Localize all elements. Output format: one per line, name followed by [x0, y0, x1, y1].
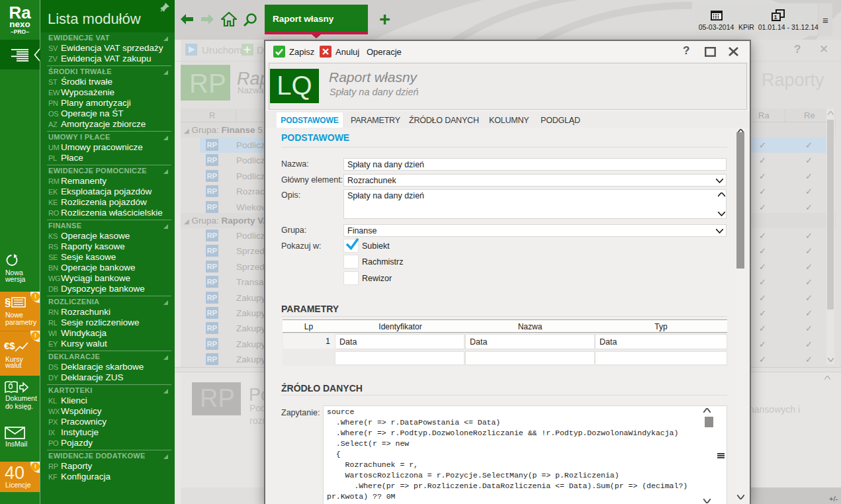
- svg-text:1: 1: [774, 14, 777, 21]
- svg-text:§: §: [5, 296, 11, 308]
- svg-text:€$: €$: [4, 340, 15, 351]
